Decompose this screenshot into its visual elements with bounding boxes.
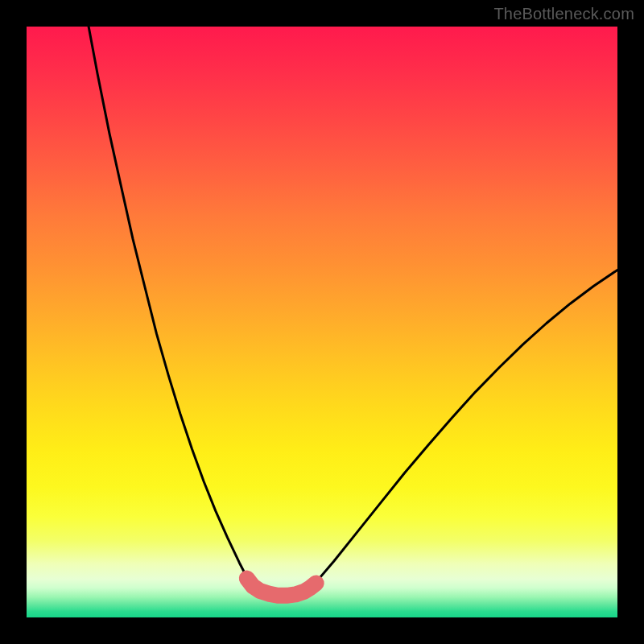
minimum-marker-dot — [246, 579, 260, 593]
plot-area — [27, 27, 617, 617]
series-group — [89, 27, 617, 597]
bottleneck-curve — [89, 27, 617, 597]
chart-stage: TheBottleneck.com — [0, 0, 644, 644]
watermark-text: TheBottleneck.com — [493, 5, 634, 23]
chart-svg — [27, 27, 617, 617]
